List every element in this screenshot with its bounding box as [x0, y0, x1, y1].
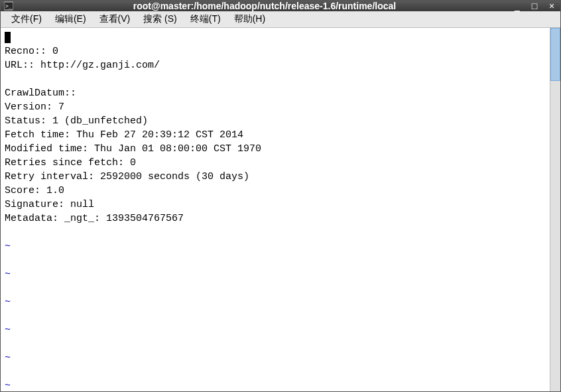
menu-terminal[interactable]: 终端(T) — [184, 11, 227, 27]
scrollbar-vertical[interactable] — [550, 28, 560, 392]
menu-search[interactable]: 搜索 (S) — [137, 11, 184, 27]
minimize-button[interactable]: _ — [511, 1, 523, 11]
window-controls: _ □ × — [511, 1, 558, 11]
maximize-button[interactable]: □ — [529, 1, 540, 11]
scrollbar-thumb[interactable] — [550, 28, 560, 81]
menu-help[interactable]: 帮助(H) — [227, 11, 272, 27]
terminal-cursor — [5, 32, 11, 43]
svg-text:>_: >_ — [5, 3, 12, 9]
terminal-app-icon: >_ — [3, 1, 14, 11]
window-title: root@master:/home/hadoop/nutch/release-1… — [18, 1, 511, 11]
menu-bar: 文件(F) 编辑(E) 查看(V) 搜索 (S) 终端(T) 帮助(H) — [1, 11, 560, 28]
menu-file[interactable]: 文件(F) — [5, 11, 48, 27]
close-button[interactable]: × — [546, 1, 558, 11]
menu-edit[interactable]: 编辑(E) — [48, 11, 93, 27]
terminal-output[interactable]: Recno:: 0 URL:: http://gz.ganji.com/ Cra… — [1, 28, 550, 392]
window-titlebar: >_ root@master:/home/hadoop/nutch/releas… — [1, 1, 560, 11]
terminal-area: Recno:: 0 URL:: http://gz.ganji.com/ Cra… — [1, 28, 560, 392]
menu-view[interactable]: 查看(V) — [93, 11, 137, 27]
